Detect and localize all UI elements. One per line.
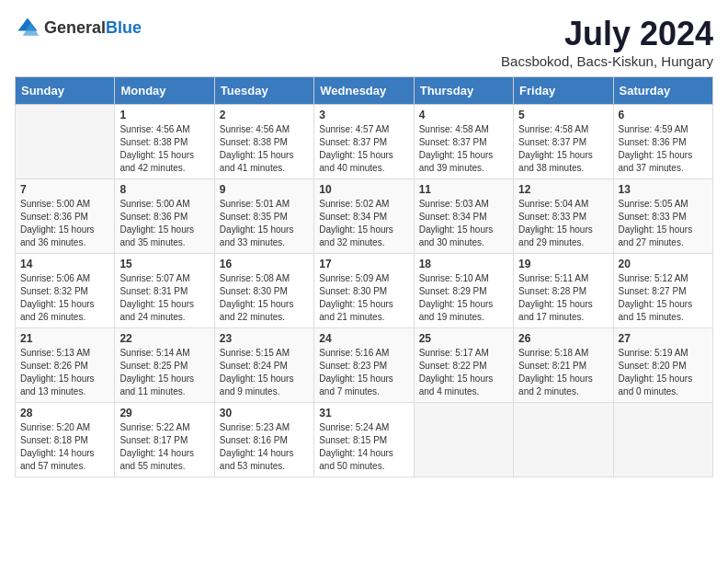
calendar-cell: 4Sunrise: 4:58 AM Sunset: 8:37 PM Daylig… bbox=[414, 105, 513, 179]
calendar-body: 1Sunrise: 4:56 AM Sunset: 8:38 PM Daylig… bbox=[16, 105, 713, 477]
day-number: 16 bbox=[220, 258, 309, 270]
day-number: 23 bbox=[220, 332, 309, 345]
day-number: 13 bbox=[619, 183, 708, 196]
day-info: Sunrise: 5:00 AM Sunset: 8:36 PM Dayligh… bbox=[119, 198, 209, 249]
day-info: Sunrise: 5:22 AM Sunset: 8:17 PM Dayligh… bbox=[119, 421, 209, 473]
day-info: Sunrise: 5:19 AM Sunset: 8:20 PM Dayligh… bbox=[619, 347, 708, 398]
calendar-cell: 25Sunrise: 5:17 AM Sunset: 8:22 PM Dayli… bbox=[414, 328, 513, 403]
day-info: Sunrise: 5:07 AM Sunset: 8:31 PM Dayligh… bbox=[119, 272, 209, 324]
calendar-cell: 23Sunrise: 5:15 AM Sunset: 8:24 PM Dayli… bbox=[214, 328, 313, 403]
title-block: July 2024 Bacsbokod, Bacs-Kiskun, Hungar… bbox=[501, 15, 713, 69]
calendar-cell: 12Sunrise: 5:04 AM Sunset: 8:33 PM Dayli… bbox=[514, 179, 613, 254]
day-number: 19 bbox=[518, 258, 608, 270]
calendar-cell: 3Sunrise: 4:57 AM Sunset: 8:37 PM Daylig… bbox=[314, 105, 414, 179]
day-number: 27 bbox=[619, 332, 708, 345]
calendar-table: SundayMondayTuesdayWednesdayThursdayFrid… bbox=[15, 76, 713, 477]
calendar-cell: 1Sunrise: 4:56 AM Sunset: 8:38 PM Daylig… bbox=[115, 105, 214, 179]
calendar-header: SundayMondayTuesdayWednesdayThursdayFrid… bbox=[16, 77, 713, 105]
page-header: GeneralBlue July 2024 Bacsbokod, Bacs-Ki… bbox=[15, 15, 713, 69]
calendar-cell: 14Sunrise: 5:06 AM Sunset: 8:32 PM Dayli… bbox=[16, 254, 115, 328]
day-info: Sunrise: 5:11 AM Sunset: 8:28 PM Dayligh… bbox=[518, 272, 608, 324]
calendar-cell: 30Sunrise: 5:23 AM Sunset: 8:16 PM Dayli… bbox=[214, 403, 313, 477]
day-info: Sunrise: 5:01 AM Sunset: 8:35 PM Dayligh… bbox=[220, 198, 309, 249]
day-number: 5 bbox=[518, 109, 608, 121]
day-number: 14 bbox=[20, 258, 109, 270]
calendar-cell: 29Sunrise: 5:22 AM Sunset: 8:17 PM Dayli… bbox=[115, 403, 214, 477]
weekday-row: SundayMondayTuesdayWednesdayThursdayFrid… bbox=[16, 77, 713, 105]
day-number: 28 bbox=[20, 407, 109, 419]
day-number: 17 bbox=[319, 258, 408, 270]
calendar-cell: 6Sunrise: 4:59 AM Sunset: 8:36 PM Daylig… bbox=[613, 105, 712, 179]
day-number: 4 bbox=[419, 109, 508, 121]
day-number: 12 bbox=[518, 183, 608, 196]
day-number: 9 bbox=[220, 183, 309, 196]
day-info: Sunrise: 5:13 AM Sunset: 8:26 PM Dayligh… bbox=[20, 347, 109, 398]
day-info: Sunrise: 5:18 AM Sunset: 8:21 PM Dayligh… bbox=[518, 347, 608, 398]
weekday-header-thursday: Thursday bbox=[414, 77, 513, 105]
day-number: 26 bbox=[518, 332, 608, 345]
day-info: Sunrise: 5:16 AM Sunset: 8:23 PM Dayligh… bbox=[319, 347, 408, 398]
weekday-header-saturday: Saturday bbox=[613, 77, 712, 105]
day-number: 20 bbox=[619, 258, 708, 270]
calendar-cell: 10Sunrise: 5:02 AM Sunset: 8:34 PM Dayli… bbox=[314, 179, 414, 254]
weekday-header-monday: Monday bbox=[115, 77, 214, 105]
day-info: Sunrise: 5:14 AM Sunset: 8:25 PM Dayligh… bbox=[119, 347, 209, 398]
day-info: Sunrise: 5:08 AM Sunset: 8:30 PM Dayligh… bbox=[220, 272, 309, 324]
day-number: 29 bbox=[119, 407, 209, 419]
calendar-cell: 21Sunrise: 5:13 AM Sunset: 8:26 PM Dayli… bbox=[16, 328, 115, 403]
day-info: Sunrise: 5:02 AM Sunset: 8:34 PM Dayligh… bbox=[319, 198, 408, 249]
calendar-cell bbox=[414, 403, 513, 477]
calendar-cell: 11Sunrise: 5:03 AM Sunset: 8:34 PM Dayli… bbox=[414, 179, 513, 254]
calendar-cell bbox=[16, 105, 115, 179]
weekday-header-wednesday: Wednesday bbox=[314, 77, 414, 105]
day-number: 1 bbox=[119, 109, 209, 121]
calendar-cell: 13Sunrise: 5:05 AM Sunset: 8:33 PM Dayli… bbox=[613, 179, 712, 254]
day-info: Sunrise: 5:03 AM Sunset: 8:34 PM Dayligh… bbox=[419, 198, 508, 249]
day-number: 15 bbox=[119, 258, 209, 270]
day-info: Sunrise: 5:09 AM Sunset: 8:30 PM Dayligh… bbox=[319, 272, 408, 324]
weekday-header-sunday: Sunday bbox=[16, 77, 115, 105]
day-info: Sunrise: 5:04 AM Sunset: 8:33 PM Dayligh… bbox=[518, 198, 608, 249]
calendar-cell: 17Sunrise: 5:09 AM Sunset: 8:30 PM Dayli… bbox=[314, 254, 414, 328]
calendar-week-1: 7Sunrise: 5:00 AM Sunset: 8:36 PM Daylig… bbox=[16, 179, 713, 254]
calendar-cell: 28Sunrise: 5:20 AM Sunset: 8:18 PM Dayli… bbox=[16, 403, 115, 477]
calendar-cell: 18Sunrise: 5:10 AM Sunset: 8:29 PM Dayli… bbox=[414, 254, 513, 328]
calendar-cell: 7Sunrise: 5:00 AM Sunset: 8:36 PM Daylig… bbox=[16, 179, 115, 254]
day-number: 10 bbox=[319, 183, 408, 196]
calendar-week-3: 21Sunrise: 5:13 AM Sunset: 8:26 PM Dayli… bbox=[16, 328, 713, 403]
calendar-cell: 19Sunrise: 5:11 AM Sunset: 8:28 PM Dayli… bbox=[514, 254, 613, 328]
calendar-cell: 2Sunrise: 4:56 AM Sunset: 8:38 PM Daylig… bbox=[214, 105, 313, 179]
location-subtitle: Bacsbokod, Bacs-Kiskun, Hungary bbox=[501, 53, 713, 69]
day-info: Sunrise: 4:59 AM Sunset: 8:36 PM Dayligh… bbox=[619, 123, 708, 175]
calendar-week-2: 14Sunrise: 5:06 AM Sunset: 8:32 PM Dayli… bbox=[16, 254, 713, 328]
logo-general: General bbox=[44, 18, 106, 37]
calendar-cell: 27Sunrise: 5:19 AM Sunset: 8:20 PM Dayli… bbox=[613, 328, 712, 403]
day-number: 7 bbox=[20, 183, 109, 196]
day-info: Sunrise: 5:05 AM Sunset: 8:33 PM Dayligh… bbox=[619, 198, 708, 249]
day-number: 6 bbox=[619, 109, 708, 121]
day-number: 25 bbox=[419, 332, 508, 345]
calendar-week-0: 1Sunrise: 4:56 AM Sunset: 8:38 PM Daylig… bbox=[16, 105, 713, 179]
calendar-cell: 31Sunrise: 5:24 AM Sunset: 8:15 PM Dayli… bbox=[314, 403, 414, 477]
day-number: 30 bbox=[220, 407, 309, 419]
calendar-cell: 24Sunrise: 5:16 AM Sunset: 8:23 PM Dayli… bbox=[314, 328, 414, 403]
day-number: 24 bbox=[319, 332, 408, 345]
calendar-cell: 5Sunrise: 4:58 AM Sunset: 8:37 PM Daylig… bbox=[514, 105, 613, 179]
weekday-header-tuesday: Tuesday bbox=[214, 77, 313, 105]
day-info: Sunrise: 5:17 AM Sunset: 8:22 PM Dayligh… bbox=[419, 347, 508, 398]
day-info: Sunrise: 4:58 AM Sunset: 8:37 PM Dayligh… bbox=[419, 123, 508, 175]
day-number: 18 bbox=[419, 258, 508, 270]
logo-icon bbox=[15, 15, 40, 40]
day-info: Sunrise: 5:24 AM Sunset: 8:15 PM Dayligh… bbox=[319, 421, 408, 473]
day-number: 11 bbox=[419, 183, 508, 196]
logo: GeneralBlue bbox=[15, 15, 142, 40]
calendar-cell: 22Sunrise: 5:14 AM Sunset: 8:25 PM Dayli… bbox=[115, 328, 214, 403]
weekday-header-friday: Friday bbox=[514, 77, 613, 105]
day-info: Sunrise: 4:58 AM Sunset: 8:37 PM Dayligh… bbox=[518, 123, 608, 175]
day-number: 21 bbox=[20, 332, 109, 345]
logo-blue: Blue bbox=[106, 18, 142, 37]
day-info: Sunrise: 5:10 AM Sunset: 8:29 PM Dayligh… bbox=[419, 272, 508, 324]
calendar-cell: 26Sunrise: 5:18 AM Sunset: 8:21 PM Dayli… bbox=[514, 328, 613, 403]
day-info: Sunrise: 4:56 AM Sunset: 8:38 PM Dayligh… bbox=[119, 123, 209, 175]
day-info: Sunrise: 5:12 AM Sunset: 8:27 PM Dayligh… bbox=[619, 272, 708, 324]
